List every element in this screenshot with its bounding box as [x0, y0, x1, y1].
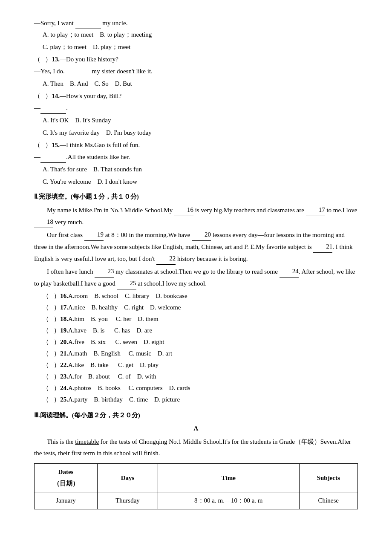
- section3-header: Ⅲ.阅读理解。(每小题２分，共２０分): [34, 410, 358, 421]
- q15-response: — .All the students like her.: [34, 151, 358, 163]
- q14-num: 14.: [52, 92, 60, 99]
- q12-options-cd: C. play；to meet D. play；meet: [43, 41, 358, 53]
- roman-2: Ⅱ: [34, 193, 37, 200]
- q12-stem: —Sorry, I want my uncle.: [34, 17, 358, 29]
- para1: My name is Mike.I'm in No.3 Middle Schoo…: [34, 204, 358, 228]
- blank-23-para: 23: [95, 266, 114, 278]
- q23-row: （ ）23.A.for B. about C. of D. with: [43, 371, 358, 382]
- q17-num: 17.: [60, 304, 68, 311]
- q24-row: （ ）24.A.photos B. books C. computers D. …: [43, 382, 358, 394]
- col-days: Days: [98, 464, 158, 492]
- q14-options-ab: A. It's OK B. It's Sunday: [43, 115, 358, 126]
- timetable-word: timetable: [75, 438, 99, 445]
- blank-16-para: 16: [174, 204, 193, 216]
- blank-25-para: 25: [117, 278, 136, 289]
- q23-num: 23.: [60, 373, 68, 380]
- q15-options-cd: C. You're welcome D. I don't know: [43, 176, 358, 188]
- cell-day-1: Thursday: [98, 492, 158, 509]
- q17-row: （ ）17.A.nice B. healthy C. right D. welc…: [43, 302, 358, 313]
- blank-14: [40, 102, 66, 114]
- para3: I often have lunch 23 my classmates at s…: [34, 266, 358, 289]
- col-time: Time: [158, 464, 299, 492]
- q25-num: 25.: [60, 396, 68, 403]
- blank-15: [40, 151, 66, 163]
- blank-22-para: 22: [156, 253, 176, 265]
- q20-num: 20.: [60, 338, 68, 345]
- q13-num: 13.: [52, 56, 60, 63]
- cell-time-1: 8：00 a. m.—10：00 a. m: [158, 492, 299, 509]
- table-row: January Thursday 8：00 a. m.—10：00 a. m C…: [35, 492, 358, 509]
- q18-row: （ ）18.A.him B. you C. her D. them: [43, 313, 358, 325]
- main-content: —Sorry, I want my uncle. A. to play；to m…: [34, 17, 358, 509]
- q13-stem: （ ）13.—Do you like history?: [34, 54, 358, 65]
- cell-subject-1: Chinese: [299, 492, 357, 509]
- timetable: Dates（日期） Days Time Subjects January Thu…: [34, 463, 358, 509]
- section3-intro: This is the timetable for the tests of C…: [34, 436, 358, 459]
- q15-stem: （ ）15.—I think Ms.Gao is full of fun.: [34, 139, 358, 151]
- q22-num: 22.: [60, 361, 68, 368]
- q24-num: 24.: [60, 384, 68, 391]
- q15-num: 15.: [52, 142, 60, 148]
- col-dates: Dates（日期）: [35, 464, 98, 492]
- q18-num: 18.: [60, 315, 68, 322]
- table-header-row: Dates（日期） Days Time Subjects: [35, 464, 358, 492]
- q14-options-cd: C. It's my favorite day D. I'm busy toda…: [43, 127, 358, 139]
- q21-row: （ ）21.A.math B. English C. music D. art: [43, 348, 358, 359]
- q14-stem: （ ）14.—How's your day, Bill?: [34, 90, 358, 102]
- q12-options-ab: A. to play；to meet B. to play；meeting: [43, 29, 358, 40]
- subsection-a-label: A: [34, 423, 358, 434]
- q20-row: （ ）20.A.five B. six C. seven D. eight: [43, 336, 358, 348]
- q19-row: （ ）19.A.have B. is C. has D. are: [43, 325, 358, 336]
- blank-19-para: 19: [84, 229, 104, 241]
- q16-num: 16.: [60, 292, 68, 299]
- section2-header: Ⅱ.完形填空。(每小题１分，共１０分): [34, 191, 358, 202]
- q16-row: （ ）16.A.room B. school C. library D. boo…: [43, 290, 358, 302]
- q14-response: — .: [34, 102, 358, 114]
- col-subjects: Subjects: [299, 464, 357, 492]
- blank-13: [65, 65, 90, 77]
- para2: Our first class 19 at 8：00 in the mornin…: [34, 229, 358, 265]
- q22-row: （ ）22.A.like B. take C. get D. play: [43, 359, 358, 371]
- blank-18-para: 18: [34, 216, 53, 228]
- blank-24-para: 24: [280, 266, 299, 278]
- roman-3: Ⅲ: [34, 412, 38, 419]
- q25-row: （ ）25.A.party B. birthday C. time D. pic…: [43, 394, 358, 405]
- blank-17-para: 17: [306, 204, 325, 216]
- cell-date-1: January: [35, 492, 98, 509]
- q13-options-abcd: A. Then B. And C. So D. But: [43, 78, 358, 90]
- q13-response: —Yes, I do. my sister doesn't like it.: [34, 65, 358, 77]
- q19-num: 19.: [60, 327, 68, 334]
- blank-21-para: 21: [313, 241, 332, 253]
- q21-num: 21.: [60, 350, 68, 357]
- blank-20-para: 20: [192, 229, 211, 241]
- q15-options-ab: A. That's for sure B. That sounds fun: [43, 164, 358, 175]
- blank-12: [75, 17, 101, 29]
- sub-a: A: [194, 425, 199, 432]
